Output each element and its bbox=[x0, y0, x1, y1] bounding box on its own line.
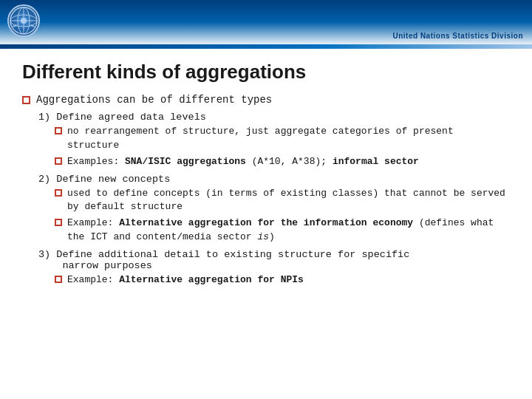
section-2-header: 2) Define new concepts bbox=[38, 174, 510, 185]
un-logo bbox=[7, 4, 40, 37]
sub-item-text: Examples: SNA/ISIC aggregations (A*10, A… bbox=[67, 155, 510, 169]
svg-point-5 bbox=[21, 18, 27, 24]
section-1-item-1: no rearrangement of structure, just aggr… bbox=[55, 125, 510, 153]
section-1: 1) Define agreed data levels no rearrang… bbox=[22, 112, 510, 169]
main-bullet: Aggregations can be of different types bbox=[22, 94, 510, 106]
sub-bullet-icon bbox=[55, 189, 62, 197]
header-band: United Nations Statistics Division bbox=[0, 0, 532, 44]
sub-bullet-icon bbox=[55, 219, 62, 226]
sub-bullet-icon bbox=[55, 276, 62, 283]
sub-item-text: no rearrangement of structure, just aggr… bbox=[67, 125, 510, 153]
section-1-item-2: Examples: SNA/ISIC aggregations (A*10, A… bbox=[55, 155, 510, 169]
sub-bullet-icon bbox=[55, 127, 62, 134]
section-2: 2) Define new concepts used to define co… bbox=[22, 174, 510, 245]
main-bullet-icon bbox=[22, 96, 30, 104]
section-3-item-1: Example: Alternative aggregation for NPI… bbox=[55, 273, 510, 287]
section-3-header: 3) Define additional detail to existing … bbox=[38, 249, 510, 271]
sub-bullet-icon bbox=[55, 157, 62, 165]
section-3: 3) Define additional detail to existing … bbox=[22, 249, 510, 287]
sub-item-text: Example: Alternative aggregation for the… bbox=[67, 216, 510, 245]
section-2-item-1: used to define concepts (in terms of exi… bbox=[55, 187, 510, 215]
section-1-header: 1) Define agreed data levels bbox=[38, 112, 510, 123]
main-bullet-text: Aggregations can be of different types bbox=[36, 94, 272, 106]
sub-item-text: Example: Alternative aggregation for NPI… bbox=[67, 273, 510, 287]
section-2-item-2: Example: Alternative aggregation for the… bbox=[55, 216, 510, 245]
slide-content: Different kinds of aggregations Aggregat… bbox=[0, 49, 532, 301]
slide-title: Different kinds of aggregations bbox=[22, 61, 510, 83]
org-name: United Nations Statistics Division bbox=[393, 32, 523, 40]
sub-item-text: used to define concepts (in terms of exi… bbox=[67, 187, 510, 215]
